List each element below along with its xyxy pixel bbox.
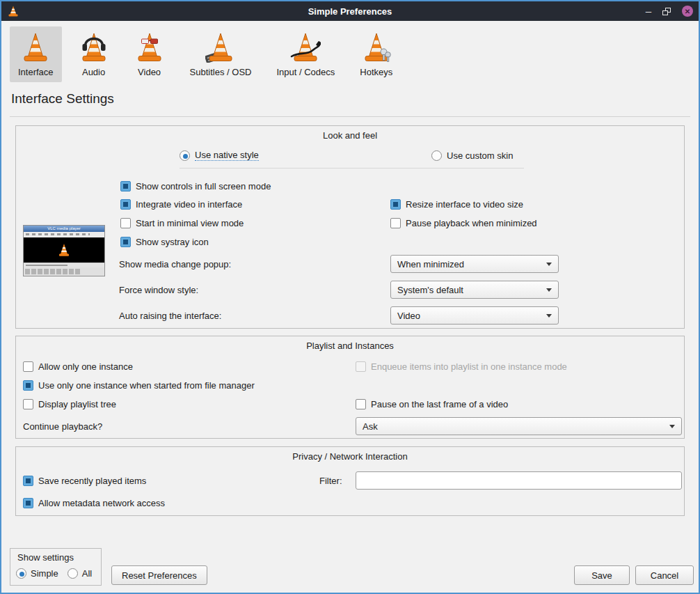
restore-icon[interactable] [662, 8, 671, 15]
radio-use-native-style[interactable]: Use native style [180, 150, 259, 161]
select-value: Ask [363, 421, 378, 432]
section-divider [180, 168, 524, 169]
checkbox-box[interactable] [23, 399, 33, 409]
checkbox-label: Show controls in full screen mode [136, 181, 271, 192]
radio-use-custom-skin[interactable]: Use custom skin [431, 150, 513, 161]
checkbox-box[interactable] [390, 199, 401, 210]
media-change-popup-select[interactable]: When minimized [390, 255, 559, 273]
checkbox-label: Show systray icon [136, 237, 209, 247]
chevron-down-icon [546, 288, 552, 292]
force-window-style-select[interactable]: System's default [390, 281, 559, 299]
checkbox-box [356, 361, 366, 372]
auto-raising-select[interactable]: Video [390, 306, 559, 325]
subtitles-osd-icon [205, 31, 236, 65]
tab-input-codecs[interactable]: Input / Codecs [268, 26, 343, 82]
preview-seekbar [24, 263, 104, 267]
page-title: Interface Settings [11, 91, 114, 107]
continue-playback-label: Continue playback? [23, 421, 102, 432]
checkbox-label: Display playlist tree [38, 399, 116, 409]
privacy-group: Privacy / Network Interaction Save recen… [15, 446, 685, 516]
select-value: When minimized [397, 259, 464, 269]
checkbox-label: Allow only one instance [38, 361, 133, 372]
auto-raising-label: Auto raising the interface: [119, 310, 221, 321]
checkbox-box[interactable] [390, 218, 401, 228]
continue-playback-select[interactable]: Ask [356, 417, 682, 435]
radio-indicator[interactable] [16, 568, 26, 579]
preview-menubar [24, 232, 104, 237]
checkbox-pause-when-minimized[interactable]: Pause playback when minimized [390, 217, 537, 228]
titlebar[interactable]: Simple Preferences – ✕ [1, 1, 699, 21]
interface-cone-icon [20, 31, 51, 65]
filter-input[interactable] [356, 471, 682, 490]
checkbox-box[interactable] [23, 498, 33, 508]
title-divider [10, 116, 690, 117]
checkbox-label: Pause playback when minimized [406, 218, 537, 228]
radio-all[interactable]: All [67, 568, 92, 579]
audio-icon [79, 31, 109, 65]
checkbox-enqueue-one-instance: Enqueue items into playlist in one insta… [356, 361, 567, 372]
reset-preferences-button[interactable]: Reset Preferences [111, 565, 207, 585]
hotkeys-icon [361, 31, 392, 65]
checkbox-metadata-network-access[interactable]: Allow metadata network access [23, 497, 165, 508]
tab-label: Interface [18, 67, 54, 77]
checkbox-save-recent[interactable]: Save recently played items [23, 475, 146, 486]
tab-audio[interactable]: Audio [70, 26, 118, 82]
tab-label: Input / Codecs [276, 67, 335, 77]
checkbox-label: Enqueue items into playlist in one insta… [371, 361, 567, 372]
close-icon[interactable]: ✕ [682, 6, 693, 17]
tab-video[interactable]: Video [126, 26, 173, 82]
chevron-down-icon [669, 425, 675, 428]
checkbox-box[interactable] [23, 380, 33, 391]
radio-label: Simple [31, 568, 58, 579]
tab-subtitles-osd[interactable]: Subtitles / OSD [182, 26, 260, 82]
filter-label: Filter: [319, 475, 342, 486]
tab-interface[interactable]: Interface [10, 26, 62, 82]
checkbox-box[interactable] [120, 199, 131, 210]
radio-simple[interactable]: Simple [16, 568, 58, 579]
radio-label: All [82, 568, 92, 579]
tab-hotkeys[interactable]: Hotkeys [351, 26, 401, 82]
checkbox-systray-icon[interactable]: Show systray icon [120, 236, 209, 247]
checkbox-box[interactable] [356, 399, 366, 409]
checkbox-resize-interface[interactable]: Resize interface to video size [390, 198, 523, 210]
radio-indicator[interactable] [67, 568, 78, 579]
tab-label: Subtitles / OSD [190, 67, 252, 77]
checkbox-label: Resize interface to video size [406, 199, 523, 210]
radio-indicator[interactable] [180, 150, 190, 161]
checkbox-integrate-video[interactable]: Integrate video in interface [120, 198, 242, 210]
vlc-cone-icon [7, 5, 19, 17]
checkbox-box[interactable] [120, 181, 131, 192]
checkbox-label: Start in minimal view mode [136, 218, 244, 228]
interface-preview-image: VLC media player [23, 225, 105, 276]
group-title: Privacy / Network Interaction [16, 451, 684, 462]
preview-titlebar: VLC media player [24, 226, 104, 232]
save-button[interactable]: Save [574, 565, 630, 585]
preview-video-area [24, 237, 104, 263]
tab-label: Audio [82, 67, 105, 77]
checkbox-display-playlist-tree[interactable]: Display playlist tree [23, 398, 116, 409]
window-title: Simple Preferences [1, 6, 699, 17]
force-window-style-label: Force window style: [119, 284, 198, 295]
video-icon [134, 31, 165, 65]
chevron-down-icon [546, 314, 552, 318]
category-toolbar: Interface [10, 26, 401, 82]
checkbox-box[interactable] [120, 237, 131, 247]
group-title: Playlist and Instances [16, 341, 684, 351]
minimize-icon[interactable]: – [646, 8, 651, 15]
checkbox-allow-one-instance[interactable]: Allow only one instance [23, 361, 133, 372]
checkbox-box[interactable] [120, 218, 131, 228]
checkbox-box[interactable] [23, 476, 33, 486]
checkbox-label: Pause on the last frame of a video [371, 399, 508, 409]
radio-indicator[interactable] [431, 150, 442, 161]
checkbox-minimal-view[interactable]: Start in minimal view mode [120, 217, 244, 228]
tab-label: Hotkeys [360, 67, 392, 77]
chevron-down-icon [546, 263, 552, 266]
checkbox-show-fullscreen-controls[interactable]: Show controls in full screen mode [120, 180, 271, 192]
checkbox-box[interactable] [23, 361, 33, 372]
checkbox-label: Allow metadata network access [38, 498, 165, 508]
cancel-button[interactable]: Cancel [635, 565, 694, 585]
checkbox-label: Integrate video in interface [136, 199, 242, 210]
checkbox-pause-last-frame[interactable]: Pause on the last frame of a video [356, 398, 508, 409]
preview-controls [24, 267, 104, 276]
checkbox-one-instance-filemanager[interactable]: Use only one instance when started from … [23, 380, 255, 391]
